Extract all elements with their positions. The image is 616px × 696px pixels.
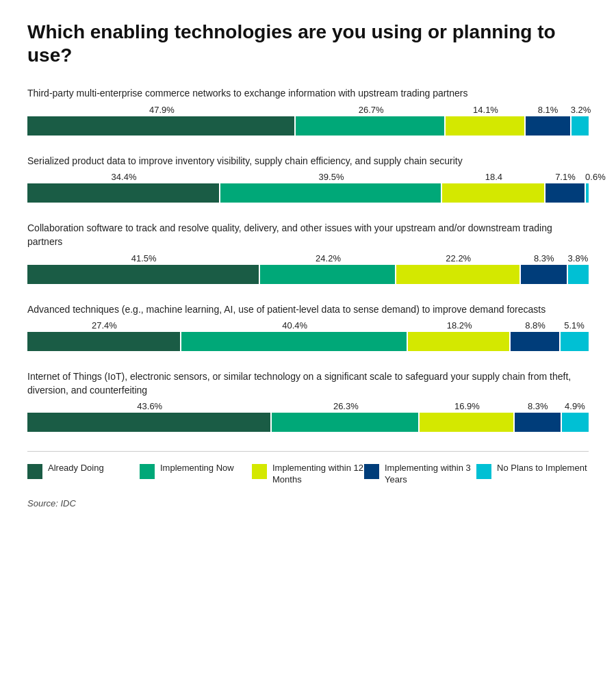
bar-num-already_doing: 43.6%: [27, 401, 272, 411]
legend-swatch-already_doing: [27, 464, 42, 479]
bar-numbers-chart4: 27.4%40.4%18.2%8.8%5.1%: [27, 320, 589, 331]
bar-numbers-chart3: 41.5%24.2%22.2%8.3%3.8%: [27, 253, 589, 263]
bar-numbers-chart2: 34.4%39.5%18.47.1%0.6%: [27, 172, 589, 182]
bar-segment-already_doing: [27, 183, 219, 203]
legend-text-no_plans: No Plans to Implement: [497, 463, 587, 474]
bar-numbers-chart1: 47.9%26.7%14.1%8.1%3.2%: [27, 105, 589, 115]
bar-segment-implementing_now: [260, 265, 395, 284]
bar-num-implementing_now: 40.4%: [181, 320, 409, 331]
bar-num-within_12_months: 14.1%: [446, 105, 526, 115]
bar-numbers-chart5: 43.6%26.3%16.9%8.3%4.9%: [27, 401, 589, 411]
page-container: Which enabling technologies are you usin…: [27, 21, 589, 508]
legend-swatch-within_12_months: [252, 464, 267, 479]
legend-text-within_12_months: Implementing within 12 Months: [272, 463, 364, 486]
chart-section-chart1: Third-party multi-enterprise commerce ne…: [27, 87, 589, 136]
bar-segment-already_doing: [27, 265, 259, 284]
bar-num-no_plans: 3.8%: [567, 253, 589, 263]
bar-num-already_doing: 47.9%: [27, 105, 296, 115]
legend-swatch-implementing_now: [140, 464, 155, 479]
chart-label-chart2: Serialized product data to improve inven…: [27, 155, 589, 168]
legend-item-within_3_years: Implementing within 3 Years: [364, 463, 476, 486]
bar-segment-already_doing: [27, 332, 180, 351]
legend: Already DoingImplementing NowImplementin…: [27, 451, 589, 486]
bar-segment-no_plans: [561, 332, 589, 351]
bar-segment-no_plans: [568, 265, 589, 284]
bar-num-already_doing: 34.4%: [27, 172, 220, 182]
chart-label-chart3: Collaboration software to track and reso…: [27, 222, 589, 248]
legend-item-implementing_now: Implementing Now: [140, 463, 252, 479]
chart-label-chart1: Third-party multi-enterprise commerce ne…: [27, 87, 589, 101]
bar-segment-already_doing: [27, 413, 270, 432]
bar-segment-implementing_now: [181, 332, 407, 351]
bar-num-implementing_now: 26.3%: [272, 401, 420, 411]
bar-num-implementing_now: 39.5%: [220, 172, 442, 182]
legend-text-already_doing: Already Doing: [48, 463, 104, 474]
bar-num-no_plans: 0.6%: [585, 172, 589, 182]
bar-num-within_3_years: 8.1%: [525, 105, 570, 115]
legend-swatch-no_plans: [476, 464, 491, 479]
bar-num-no_plans: 4.9%: [561, 401, 589, 411]
bar-segment-no_plans: [562, 413, 589, 432]
bar-segment-implementing_now: [296, 116, 444, 136]
bar-segment-within_12_months: [396, 265, 519, 284]
bar-segment-within_12_months: [420, 413, 513, 432]
bar-segment-within_12_months: [408, 332, 509, 351]
bar-num-within_3_years: 8.3%: [521, 253, 567, 263]
bar-num-no_plans: 3.2%: [571, 105, 589, 115]
chart-label-chart4: Advanced techniques (e.g., machine learn…: [27, 303, 589, 317]
bar-chart1: [27, 116, 589, 136]
bar-segment-within_3_years: [521, 265, 567, 284]
bar-segment-implementing_now: [272, 413, 418, 432]
chart-section-chart4: Advanced techniques (e.g., machine learn…: [27, 303, 589, 352]
bar-num-within_12_months: 18.2%: [409, 320, 511, 331]
main-title: Which enabling technologies are you usin…: [27, 21, 589, 66]
chart-section-chart2: Serialized product data to improve inven…: [27, 155, 589, 203]
chart-section-chart3: Collaboration software to track and reso…: [27, 222, 589, 283]
bar-segment-within_12_months: [442, 183, 544, 203]
bar-num-no_plans: 5.1%: [560, 320, 589, 331]
bar-segment-no_plans: [586, 183, 589, 203]
bar-num-within_12_months: 18.4: [442, 172, 546, 182]
bar-segment-implementing_now: [220, 183, 441, 203]
charts-container: Third-party multi-enterprise commerce ne…: [27, 87, 589, 432]
legend-text-implementing_now: Implementing Now: [160, 463, 234, 474]
bar-num-implementing_now: 24.2%: [260, 253, 396, 263]
bar-segment-within_3_years: [526, 116, 570, 136]
bar-num-within_3_years: 8.3%: [515, 401, 561, 411]
bar-segment-within_12_months: [446, 116, 524, 136]
chart-label-chart5: Internet of Things (IoT), electronic sen…: [27, 370, 589, 397]
bar-num-within_12_months: 16.9%: [420, 401, 515, 411]
chart-section-chart5: Internet of Things (IoT), electronic sen…: [27, 370, 589, 432]
bar-segment-no_plans: [572, 116, 589, 136]
legend-text-within_3_years: Implementing within 3 Years: [385, 463, 476, 486]
legend-item-already_doing: Already Doing: [27, 463, 140, 479]
bar-num-within_3_years: 8.8%: [511, 320, 560, 331]
bar-num-within_12_months: 22.2%: [396, 253, 521, 263]
bar-num-within_3_years: 7.1%: [546, 172, 585, 182]
bar-segment-within_3_years: [511, 332, 559, 351]
bar-num-implementing_now: 26.7%: [296, 105, 446, 115]
legend-item-no_plans: No Plans to Implement: [476, 463, 589, 479]
legend-item-within_12_months: Implementing within 12 Months: [252, 463, 364, 486]
bar-chart3: [27, 265, 589, 284]
bar-chart2: [27, 183, 589, 203]
bar-segment-within_3_years: [515, 413, 561, 432]
bar-chart5: [27, 413, 589, 432]
legend-swatch-within_3_years: [364, 464, 379, 479]
bar-segment-already_doing: [27, 116, 294, 136]
bar-chart4: [27, 332, 589, 351]
bar-segment-within_3_years: [546, 183, 585, 203]
bar-num-already_doing: 27.4%: [27, 320, 181, 331]
source-label: Source: IDC: [27, 498, 589, 508]
bar-num-already_doing: 41.5%: [27, 253, 260, 263]
